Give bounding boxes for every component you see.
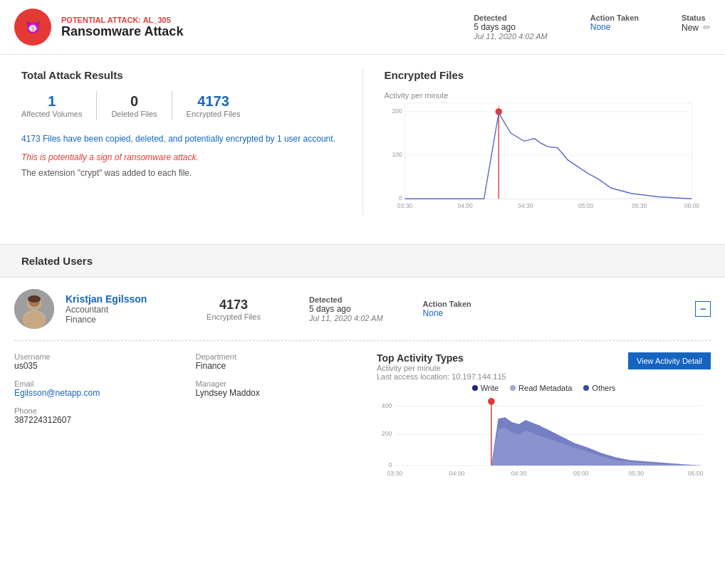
legend-label-write: Write bbox=[481, 384, 499, 392]
username-field: Username us035 bbox=[14, 352, 182, 371]
user-details: Username us035 Email Egilsson@netapp.com… bbox=[14, 341, 711, 510]
detected-ago: 5 days ago bbox=[474, 22, 548, 32]
alert-id: POTENTIAL ATTACK: AL_305 bbox=[61, 16, 183, 24]
user-dept: Finance bbox=[66, 315, 179, 325]
user-name[interactable]: Kristjan Egilsson bbox=[66, 293, 179, 305]
stat-encrypted-files: 4173 Encrypted Files bbox=[172, 93, 255, 118]
user-encrypted-count: 4173 bbox=[191, 298, 276, 313]
user-detected-date: Jul 11, 2020 4:02 AM bbox=[309, 314, 383, 322]
username-label: Username bbox=[14, 352, 182, 361]
svg-point-34 bbox=[488, 398, 495, 405]
activity-chart-col: Top Activity Types Activity per minute L… bbox=[377, 352, 711, 510]
svg-point-24 bbox=[23, 311, 46, 329]
stat-label-deleted: Deleted Files bbox=[111, 110, 157, 118]
stat-deleted-files: 0 Deleted Files bbox=[97, 93, 171, 118]
svg-text:05:00: 05:00 bbox=[573, 470, 589, 477]
user-role: Accountant bbox=[66, 305, 179, 315]
detected-label: Detected bbox=[474, 14, 548, 22]
related-title: Related Users bbox=[21, 255, 704, 267]
legend-read: Read Metadata bbox=[510, 384, 572, 392]
summary-warning: This is potentially a sign of ransomware… bbox=[21, 152, 341, 162]
user-info: Kristjan Egilsson Accountant Finance bbox=[66, 293, 179, 325]
legend-others: Others bbox=[583, 384, 615, 392]
header-title-area: POTENTIAL ATTACK: AL_305 Ransomware Atta… bbox=[61, 16, 183, 39]
svg-text:03:30: 03:30 bbox=[387, 470, 402, 477]
chart-title: Encrypted Files bbox=[385, 69, 704, 81]
collapse-button[interactable]: − bbox=[695, 301, 711, 317]
summary-section: Total Attack Results 1 Affected Volumes … bbox=[21, 69, 704, 216]
svg-text:0: 0 bbox=[399, 194, 402, 201]
related-section: Related Users bbox=[0, 244, 725, 278]
alert-name: Ransomware Attack bbox=[61, 24, 183, 39]
activity-location: Last access location: 10.197.144.115 bbox=[377, 372, 506, 381]
svg-text:06:00: 06:00 bbox=[684, 202, 699, 209]
svg-text:03:30: 03:30 bbox=[397, 202, 412, 209]
user-action-label: Action Taken bbox=[423, 300, 471, 308]
legend-write: Write bbox=[472, 384, 499, 392]
phone-field: Phone 387224312607 bbox=[14, 406, 182, 425]
edit-icon[interactable]: ✏ bbox=[703, 22, 711, 33]
legend-dot-read bbox=[510, 385, 516, 391]
alert-icon: 😈 $ bbox=[14, 9, 51, 46]
svg-text:200: 200 bbox=[392, 107, 402, 115]
svg-rect-10 bbox=[405, 103, 692, 199]
header-meta: Detected 5 days ago Jul 11, 2020 4:02 AM… bbox=[474, 14, 711, 41]
manager-value: Lyndsey Maddox bbox=[196, 388, 363, 398]
dept-label: Department bbox=[196, 352, 363, 361]
summary-right: Encrypted Files Activity per minute 200 … bbox=[362, 69, 704, 216]
stat-value-volumes: 1 bbox=[48, 93, 56, 110]
stat-label-volumes: Affected Volumes bbox=[21, 110, 82, 118]
svg-text:05:30: 05:30 bbox=[628, 470, 644, 477]
activity-subtitle: Activity per minute bbox=[377, 364, 506, 372]
user-card-header: Kristjan Egilsson Accountant Finance 417… bbox=[14, 289, 711, 341]
phone-value: 387224312607 bbox=[14, 415, 182, 425]
action-taken-value: None bbox=[590, 22, 639, 32]
stats-row: 1 Affected Volumes 0 Deleted Files 4173 … bbox=[21, 91, 341, 120]
user-avatar bbox=[14, 289, 54, 329]
svg-text:05:30: 05:30 bbox=[632, 202, 647, 209]
activity-title: Top Activity Types bbox=[377, 352, 506, 364]
dept-field: Department Finance bbox=[196, 352, 363, 371]
svg-text:04:00: 04:00 bbox=[457, 202, 472, 209]
svg-text:04:00: 04:00 bbox=[449, 470, 465, 477]
summary-left: Total Attack Results 1 Affected Volumes … bbox=[21, 69, 341, 216]
manager-field: Manager Lyndsey Maddox bbox=[196, 379, 363, 398]
email-value[interactable]: Egilsson@netapp.com bbox=[14, 388, 182, 398]
svg-text:04:30: 04:30 bbox=[518, 202, 533, 209]
dept-value: Finance bbox=[196, 361, 363, 371]
user-action: Action Taken None bbox=[423, 300, 471, 318]
user-detected-ago: 5 days ago bbox=[309, 304, 383, 314]
username-value: us035 bbox=[14, 361, 182, 371]
legend-label-others: Others bbox=[592, 384, 615, 392]
detail-col-2: Department Finance Manager Lyndsey Maddo… bbox=[196, 352, 377, 510]
page-header: 😈 $ POTENTIAL ATTACK: AL_305 Ransomware … bbox=[0, 0, 725, 55]
user-encrypted-stat: 4173 Encrypted Files bbox=[191, 298, 276, 321]
svg-text:200: 200 bbox=[382, 430, 392, 437]
svg-point-26 bbox=[28, 295, 41, 303]
user-encrypted-label: Encrypted Files bbox=[191, 313, 276, 321]
user-detected: Detected 5 days ago Jul 11, 2020 4:02 AM bbox=[309, 295, 383, 322]
main-content: Total Attack Results 1 Affected Volumes … bbox=[0, 55, 725, 230]
legend-label-read: Read Metadata bbox=[518, 384, 572, 392]
email-label: Email bbox=[14, 379, 182, 388]
manager-label: Manager bbox=[196, 379, 363, 388]
action-taken-label: Action Taken bbox=[590, 14, 639, 22]
status-group: Status New ✏ bbox=[682, 14, 711, 41]
email-field: Email Egilsson@netapp.com bbox=[14, 379, 182, 398]
view-activity-button[interactable]: View Activity Detail bbox=[628, 352, 711, 369]
user-action-value: None bbox=[423, 308, 471, 318]
legend-dot-write bbox=[472, 385, 478, 391]
stat-value-deleted: 0 bbox=[130, 93, 138, 110]
legend-dot-others bbox=[583, 385, 589, 391]
status-value: New bbox=[682, 23, 699, 33]
svg-text:06:00: 06:00 bbox=[688, 470, 704, 477]
stat-value-encrypted: 4173 bbox=[197, 93, 229, 110]
summary-title: Total Attack Results bbox=[21, 69, 341, 81]
summary-note: The extension "crypt" was added to each … bbox=[21, 168, 341, 178]
status-area: New ✏ bbox=[682, 22, 711, 33]
svg-text:100: 100 bbox=[392, 151, 402, 158]
svg-text:04:30: 04:30 bbox=[511, 470, 527, 477]
phone-label: Phone bbox=[14, 406, 182, 415]
chart-subtitle: Activity per minute bbox=[385, 91, 704, 100]
activity-legend: Write Read Metadata Others bbox=[377, 384, 711, 392]
